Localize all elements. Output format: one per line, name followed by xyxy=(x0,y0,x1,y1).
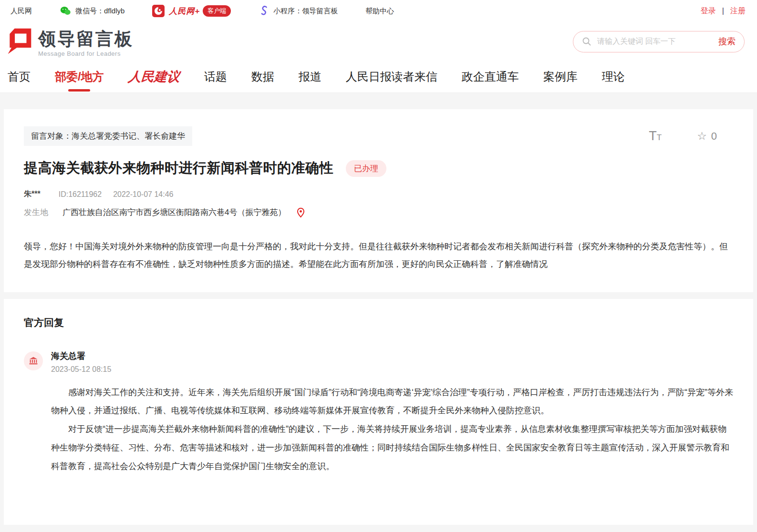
nav-item-reader-letters[interactable]: 人民日报读者来信 xyxy=(346,69,437,84)
main-nav: 首页 部委/地方 人民建议 话题 数据 报道 人民日报读者来信 政企直通车 案例… xyxy=(0,61,757,93)
favorite-count: 0 xyxy=(711,130,717,143)
agency-info: 海关总署 2023-05-12 08:15 xyxy=(51,350,111,374)
search-input[interactable] xyxy=(596,37,718,46)
logo-mark-icon xyxy=(5,26,33,57)
login-link[interactable]: 登录 xyxy=(701,6,716,16)
help-center-link[interactable]: 帮助中心 xyxy=(365,7,394,16)
message-meta: 朱*** ID:16211962 2022-10-07 14:46 xyxy=(24,189,733,199)
people-net-label: 人民网 xyxy=(10,7,32,16)
miniprogram-link[interactable]: 小程序：领导留言板 xyxy=(259,5,338,17)
help-center-label: 帮助中心 xyxy=(365,7,394,16)
reply-paragraph: 感谢对海关工作的关注和支持。近年来，海关先后组织开展“国门绿盾”行动和“跨境电商… xyxy=(51,383,733,420)
nav-item-people-suggestions[interactable]: 人民建议 xyxy=(127,68,180,85)
people-app-link[interactable]: 人民网+ 客户端 xyxy=(152,5,231,17)
search-button[interactable]: 搜索 xyxy=(718,36,736,47)
nav-item-case-library[interactable]: 案例库 xyxy=(543,69,578,84)
message-body: 领导，您好！中国海关对境外外来物种的防疫管理一向是十分严格的，我对此十分支持。但… xyxy=(24,238,733,273)
miniprogram-icon xyxy=(259,5,269,17)
top-utility-bar: 人民网 微信号：dfldlyb 人民网+ 客户端 小程序：领导留言板 帮助中心 … xyxy=(0,0,757,22)
search-box: 搜索 xyxy=(573,31,745,52)
auth-separator: | xyxy=(722,7,724,15)
nav-item-reports[interactable]: 报道 xyxy=(299,69,321,84)
message-card: 留言对象：海关总署党委书记、署长俞建华 TT ☆ 0 提高海关截获外来物种时进行… xyxy=(4,109,753,292)
people-app-icon xyxy=(152,5,165,17)
nav-item-home[interactable]: 首页 xyxy=(8,69,31,84)
nav-item-gov-enterprise[interactable]: 政企直通车 xyxy=(462,69,519,84)
agency-avatar xyxy=(24,351,43,370)
reply-time: 2023-05-12 08:15 xyxy=(51,365,111,374)
message-location-row: 发生地 广西壮族自治区南宁市西乡塘区衡阳路南六巷4号（振宁雅苑） xyxy=(24,207,733,218)
site-header: 领导留言板 Message Board for Leaders 搜索 xyxy=(0,22,757,61)
reply-body: 感谢对海关工作的关注和支持。近年来，海关先后组织开展“国门绿盾”行动和“跨境电商… xyxy=(51,383,733,475)
location-pin-icon[interactable] xyxy=(296,207,305,218)
message-target-tag: 留言对象：海关总署党委书记、署长俞建华 xyxy=(24,126,192,146)
favorite-control[interactable]: ☆ 0 xyxy=(697,130,717,143)
bank-icon xyxy=(28,356,39,366)
reply-section-title: 官方回复 xyxy=(24,316,733,329)
location-label: 发生地 xyxy=(24,207,48,218)
location-value: 广西壮族自治区南宁市西乡塘区衡阳路南六巷4号（振宁雅苑） xyxy=(62,207,286,218)
wechat-icon xyxy=(60,6,71,16)
nav-item-data[interactable]: 数据 xyxy=(251,69,274,84)
wechat-account: 微信号：dfldlyb xyxy=(60,6,124,16)
logo-text: 领导留言板 Message Board for Leaders xyxy=(38,30,134,57)
nav-item-topics[interactable]: 话题 xyxy=(204,69,227,84)
nav-item-theory[interactable]: 理论 xyxy=(602,69,625,84)
search-icon xyxy=(582,37,591,46)
page-content: 留言对象：海关总署党委书记、署长俞建华 TT ☆ 0 提高海关截获外来物种时进行… xyxy=(0,93,757,525)
nav-item-ministries-local[interactable]: 部委/地方 xyxy=(55,69,104,84)
auth-links: 登录 | 注册 xyxy=(701,6,746,16)
miniprogram-label: 小程序：领导留言板 xyxy=(273,7,338,16)
people-app-brand: 人民网+ xyxy=(169,6,200,17)
logo-subtitle: Message Board for Leaders xyxy=(38,50,134,57)
official-reply-card: 官方回复 海关总署 2023-05-12 08:15 感谢对海关工作的关注和支持… xyxy=(4,299,753,525)
message-author: 朱*** xyxy=(24,189,41,199)
message-id: ID:16211962 xyxy=(59,190,102,199)
register-link[interactable]: 注册 xyxy=(730,6,746,16)
status-badge: 已办理 xyxy=(346,160,386,177)
message-title: 提高海关截获外来物种时进行新闻科普时的准确性 xyxy=(24,159,333,178)
client-badge: 客户端 xyxy=(203,5,231,17)
agency-name: 海关总署 xyxy=(51,350,111,362)
font-size-icon[interactable]: TT xyxy=(649,130,662,143)
logo-title: 领导留言板 xyxy=(38,30,134,48)
wechat-label: 微信号：dfldlyb xyxy=(75,7,124,16)
star-icon: ☆ xyxy=(697,130,707,143)
message-time: 2022-10-07 14:46 xyxy=(113,190,173,199)
people-net-link[interactable]: 人民网 xyxy=(10,7,32,16)
site-logo[interactable]: 领导留言板 Message Board for Leaders xyxy=(5,26,134,57)
message-tools: TT ☆ 0 xyxy=(649,130,733,143)
reply-paragraph: 对于反馈“进一步提高海关拦截外来物种新闻科普的准确性”的建议，下一步，海关将持续… xyxy=(51,420,733,475)
